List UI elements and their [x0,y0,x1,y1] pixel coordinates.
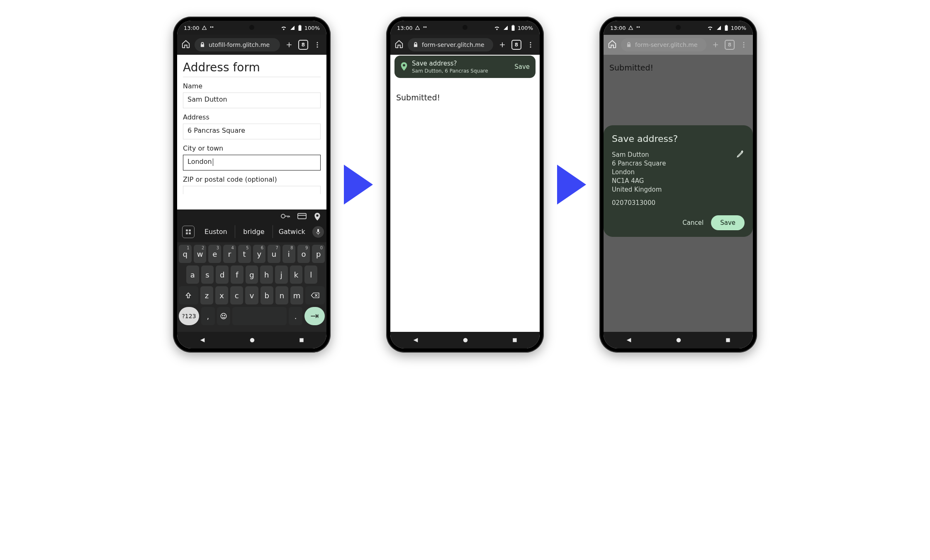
page-content: Address form Name Sam Dutton Address 6 P… [177,55,326,209]
key-x[interactable]: x [215,286,228,304]
banner-save-button[interactable]: Save [514,63,530,71]
edit-icon[interactable] [736,150,745,160]
lock-icon [200,42,205,48]
home-icon[interactable] [394,39,404,50]
home-icon[interactable] [608,39,617,50]
nav-home-icon[interactable] [463,337,468,343]
submitted-text: Submitted! [396,93,534,102]
key-emoji[interactable] [217,307,231,325]
key-l[interactable]: l [304,265,317,284]
key-s[interactable]: s [201,265,214,284]
suggestion-1[interactable]: Euston [197,225,235,238]
location-icon[interactable] [314,213,321,221]
svg-rect-30 [725,25,728,31]
key-p[interactable]: p0 [312,245,325,263]
overflow-menu-icon[interactable] [312,41,322,49]
key-g[interactable]: g [246,265,258,284]
key-period[interactable]: . [289,307,302,325]
key-e[interactable]: e3 [208,245,221,263]
key-k[interactable]: k [290,265,303,284]
lock-icon [413,42,419,48]
nav-recent-icon[interactable] [512,337,518,343]
key-m[interactable]: m [290,286,303,304]
dialog-line-postcode: NC1A 4AG [612,177,666,185]
key-y[interactable]: y6 [253,245,266,263]
zip-field[interactable] [183,186,321,194]
key-symbols[interactable]: ?123 [179,307,199,325]
svg-point-32 [743,42,745,43]
city-field[interactable]: London [183,155,321,170]
tabs-button[interactable]: 8 [298,40,308,50]
suggestion-3[interactable]: Gatwick [273,225,311,238]
text-cursor [213,158,213,166]
key-z[interactable]: z [200,286,213,304]
url-bar[interactable]: form-server.glitch.me [408,38,493,51]
mic-icon[interactable] [312,226,324,238]
tabs-button[interactable]: 8 [725,40,735,50]
key-space[interactable] [232,307,287,325]
new-tab-icon[interactable] [284,41,294,49]
url-bar[interactable]: form-server.glitch.me [621,38,706,51]
tabs-button[interactable]: 8 [511,40,521,50]
nav-recent-icon[interactable] [725,337,731,343]
save-address-banner[interactable]: Save address? Sam Dutton, 6 Pancras Squa… [394,56,536,78]
key-q[interactable]: q1 [179,245,192,263]
key-i[interactable]: i8 [282,245,295,263]
key-shift[interactable] [179,286,198,304]
dialog-line-country: United Kingdom [612,186,666,193]
key-t[interactable]: t5 [238,245,251,263]
home-icon[interactable] [181,39,190,50]
key-w[interactable]: w2 [194,245,207,263]
key-d[interactable]: d [216,265,229,284]
nav-home-icon[interactable] [249,337,255,343]
address-field[interactable]: 6 Pancras Square [183,124,321,139]
status-clock: 13:00 [184,25,199,31]
key-v[interactable]: v [245,286,258,304]
address-value: 6 Pancras Square [187,127,245,134]
key-c[interactable]: c [230,286,243,304]
android-navbar [177,332,326,348]
nav-back-icon[interactable] [199,337,206,343]
svg-rect-21 [511,25,514,31]
key-comma[interactable]: , [201,307,215,325]
notif-icon-2 [636,26,640,30]
key-u[interactable]: u7 [268,245,280,263]
suggestion-grid-icon[interactable] [182,226,195,238]
modal-overlay[interactable]: Save address? Sam Dutton 6 Pancras Squar… [604,55,753,332]
nav-recent-icon[interactable] [299,337,304,343]
payment-icon[interactable] [297,213,307,219]
status-bar: 13:00 100% [177,21,326,35]
dialog-line-phone: 02070313000 [612,199,666,207]
nav-back-icon[interactable] [412,337,419,343]
keyboard[interactable]: q1w2e3r4t5y6u7i8o9p0asdfghjklzxcvbnm?123… [177,242,326,332]
name-field[interactable]: Sam Dutton [183,93,321,108]
suggestion-2[interactable]: bridge [235,225,273,238]
overflow-menu-icon[interactable] [739,41,749,49]
nav-home-icon[interactable] [676,337,682,343]
key-h[interactable]: h [260,265,273,284]
name-label: Name [183,82,321,90]
key-j[interactable]: j [275,265,288,284]
key-b[interactable]: b [260,286,273,304]
wifi-icon [707,25,713,30]
new-tab-icon[interactable] [497,41,507,49]
password-icon[interactable] [281,213,290,219]
key-backspace[interactable] [305,286,325,304]
new-tab-icon[interactable] [711,41,721,49]
svg-rect-2 [298,25,301,31]
page-content: Submitted! [390,55,540,332]
save-button[interactable]: Save [711,215,745,230]
svg-rect-27 [513,338,517,342]
cancel-button[interactable]: Cancel [682,219,704,226]
key-o[interactable]: o9 [297,245,310,263]
dialog-address-block: Sam Dutton 6 Pancras Square London NC1A … [612,150,666,208]
svg-point-15 [222,315,223,316]
url-bar[interactable]: utofill-form.glitch.me [195,38,280,51]
key-r[interactable]: r4 [223,245,236,263]
key-enter[interactable] [304,307,325,325]
key-n[interactable]: n [275,286,288,304]
key-f[interactable]: f [231,265,243,284]
overflow-menu-icon[interactable] [526,41,536,49]
key-a[interactable]: a [186,265,199,284]
nav-back-icon[interactable] [626,337,632,343]
